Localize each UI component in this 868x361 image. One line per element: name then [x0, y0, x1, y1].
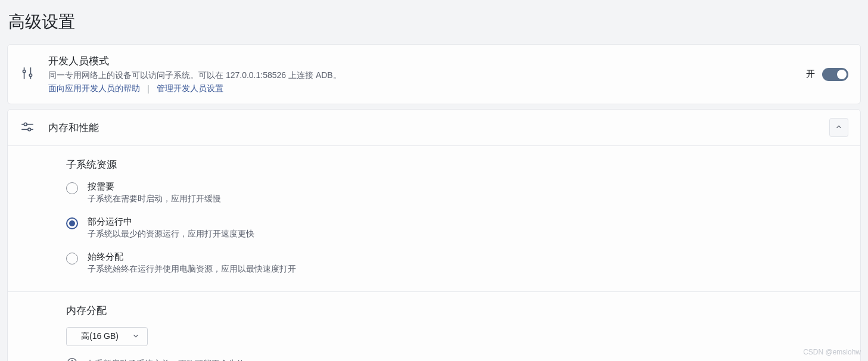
radio-option-on-demand[interactable]: 按需要 子系统在需要时启动，应用打开缓慢 [66, 181, 848, 204]
radio-title: 始终分配 [88, 251, 296, 263]
dropdown-value: 高(16 GB) [81, 331, 119, 342]
watermark: CSDN @emsiohw [803, 348, 861, 356]
memory-allocation-dropdown[interactable]: 高(16 GB) [66, 327, 148, 346]
chevron-down-icon [132, 332, 140, 342]
radio-option-partial[interactable]: 部分运行中 子系统以最少的资源运行，应用打开速度更快 [66, 216, 848, 239]
developer-help-link[interactable]: 面向应用开发人员的帮助 [48, 83, 140, 94]
info-icon [66, 357, 78, 361]
chevron-up-icon [835, 123, 843, 133]
radio-icon [66, 253, 78, 264]
memory-performance-card: 内存和性能 子系统资源 按需要 子系统在需要时启动，应用打开缓慢 部分运行中 子… [7, 109, 861, 361]
sliders-icon [20, 119, 35, 136]
developer-mode-title: 开发人员模式 [48, 54, 793, 68]
developer-mode-card: 开发人员模式 同一专用网络上的设备可以访问子系统。可以在 127.0.0.1:5… [7, 44, 861, 104]
restart-info-text: 在重新启动子系统之前，更改可能不会生效。 [86, 359, 253, 362]
separator: | [147, 84, 150, 94]
page-title: 高级设置 [0, 0, 868, 44]
svg-point-1 [24, 123, 27, 126]
radio-title: 部分运行中 [88, 216, 254, 228]
developer-manage-link[interactable]: 管理开发人员设置 [157, 83, 223, 94]
memory-performance-header[interactable]: 内存和性能 [8, 110, 860, 146]
developer-mode-description: 同一专用网络上的设备可以访问子系统。可以在 127.0.0.1:58526 上连… [48, 70, 793, 81]
toggle-state-label: 开 [806, 69, 815, 80]
memory-allocation-label: 内存分配 [66, 304, 848, 318]
collapse-button[interactable] [829, 118, 848, 137]
radio-title: 按需要 [88, 181, 221, 192]
memory-performance-title: 内存和性能 [48, 121, 816, 135]
radio-desc: 子系统始终在运行并使用电脑资源，应用以最快速度打开 [88, 264, 296, 275]
developer-mode-toggle[interactable] [822, 68, 848, 81]
tools-icon [20, 66, 35, 83]
radio-desc: 子系统在需要时启动，应用打开缓慢 [88, 194, 221, 204]
radio-desc: 子系统以最少的资源运行，应用打开速度更快 [88, 229, 254, 239]
subsystem-resources-label: 子系统资源 [66, 158, 848, 172]
radio-icon [66, 217, 78, 229]
svg-point-3 [28, 127, 31, 130]
radio-option-always[interactable]: 始终分配 子系统始终在运行并使用电脑资源，应用以最快速度打开 [66, 251, 848, 275]
radio-icon [66, 182, 78, 194]
